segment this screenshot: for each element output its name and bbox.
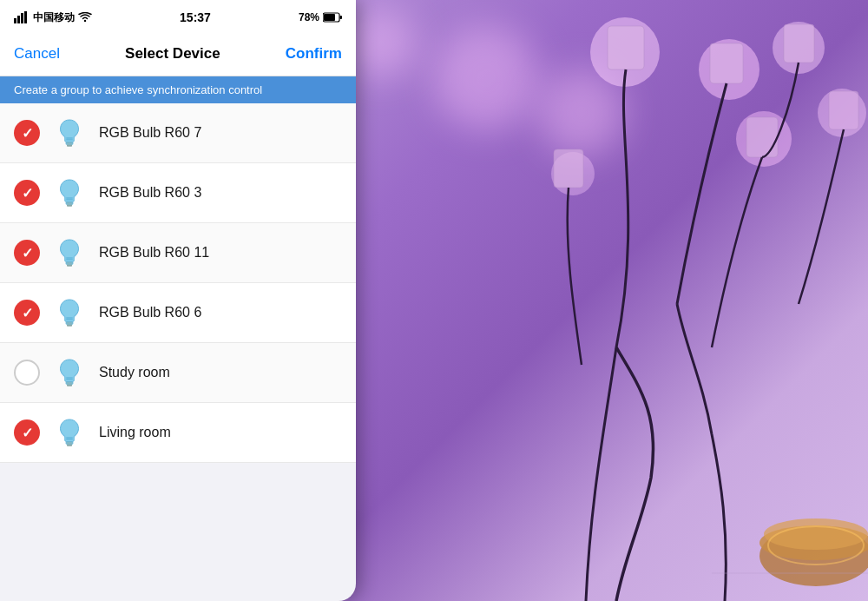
bulb-icon bbox=[52, 235, 87, 270]
bulb-icon bbox=[52, 175, 87, 210]
device-checkbox[interactable] bbox=[14, 120, 40, 146]
svg-rect-39 bbox=[66, 202, 73, 205]
device-name-label: RGB Bulb R60 7 bbox=[99, 125, 342, 141]
svg-rect-23 bbox=[17, 16, 20, 23]
svg-rect-27 bbox=[340, 16, 343, 19]
bulb-icon bbox=[52, 355, 87, 390]
svg-rect-33 bbox=[67, 145, 72, 147]
device-checkbox[interactable] bbox=[14, 180, 40, 206]
device-name-label: RGB Bulb R60 11 bbox=[99, 245, 342, 261]
sync-banner-text: Create a group to achieve synchronizatio… bbox=[14, 83, 262, 96]
status-bar: 中国移动 15:37 78% bbox=[0, 0, 356, 31]
svg-rect-8 bbox=[784, 24, 814, 63]
svg-rect-7 bbox=[710, 43, 743, 83]
list-item[interactable]: RGB Bulb R60 7 bbox=[0, 103, 356, 163]
device-checkbox[interactable] bbox=[14, 240, 40, 266]
list-item[interactable]: RGB Bulb R60 3 bbox=[0, 163, 356, 223]
svg-rect-9 bbox=[829, 91, 858, 129]
phone-panel: 中国移动 15:37 78% Cancel Select Device Conf… bbox=[0, 0, 356, 601]
device-name-label: RGB Bulb R60 3 bbox=[99, 185, 342, 201]
list-item[interactable]: RGB Bulb R60 11 bbox=[0, 223, 356, 283]
status-right: 78% bbox=[299, 11, 342, 23]
svg-rect-24 bbox=[21, 13, 23, 23]
sync-banner: Create a group to achieve synchronizatio… bbox=[0, 76, 356, 103]
list-item[interactable]: RGB Bulb R60 6 bbox=[0, 283, 356, 343]
svg-rect-22 bbox=[14, 18, 16, 23]
device-checkbox[interactable] bbox=[14, 360, 40, 386]
device-checkbox[interactable] bbox=[14, 300, 40, 326]
svg-rect-54 bbox=[67, 325, 72, 327]
svg-rect-46 bbox=[66, 262, 73, 265]
nav-bar: Cancel Select Device Confirm bbox=[0, 31, 356, 76]
wifi-icon bbox=[78, 12, 92, 23]
carrier-label: 中国移动 bbox=[33, 10, 75, 25]
cancel-button[interactable]: Cancel bbox=[14, 45, 60, 63]
battery-percent: 78% bbox=[299, 11, 319, 23]
bulb-icon bbox=[52, 116, 87, 150]
lamp-tree-decoration bbox=[347, 0, 868, 601]
nav-title: Select Device bbox=[125, 45, 220, 63]
svg-point-19 bbox=[764, 518, 868, 550]
device-name-label: Living room bbox=[99, 425, 342, 440]
svg-rect-67 bbox=[66, 442, 73, 445]
svg-rect-60 bbox=[66, 382, 73, 385]
svg-rect-47 bbox=[67, 265, 72, 267]
device-name-label: RGB Bulb R60 6 bbox=[99, 305, 342, 320]
bulb-icon bbox=[52, 295, 87, 330]
list-item[interactable]: Living room bbox=[0, 403, 356, 463]
battery-icon bbox=[323, 12, 342, 23]
bulb-icon bbox=[52, 415, 87, 450]
svg-rect-28 bbox=[324, 14, 335, 21]
device-checkbox[interactable] bbox=[14, 419, 40, 446]
svg-rect-25 bbox=[24, 11, 27, 23]
device-list: RGB Bulb R60 7 RGB Bulb R60 3 bbox=[0, 103, 356, 463]
list-item[interactable]: Study room bbox=[0, 343, 356, 403]
time-display: 15:37 bbox=[180, 10, 211, 24]
svg-rect-6 bbox=[608, 26, 644, 69]
svg-rect-68 bbox=[67, 445, 72, 446]
svg-rect-32 bbox=[66, 142, 73, 145]
svg-rect-61 bbox=[67, 385, 72, 386]
signal-icon bbox=[14, 11, 30, 23]
svg-rect-40 bbox=[67, 205, 72, 207]
status-left: 中国移动 bbox=[14, 10, 92, 25]
device-name-label: Study room bbox=[99, 365, 342, 380]
svg-rect-11 bbox=[554, 149, 583, 188]
confirm-button[interactable]: Confirm bbox=[286, 45, 342, 63]
svg-rect-10 bbox=[746, 117, 778, 157]
svg-rect-53 bbox=[66, 322, 73, 325]
